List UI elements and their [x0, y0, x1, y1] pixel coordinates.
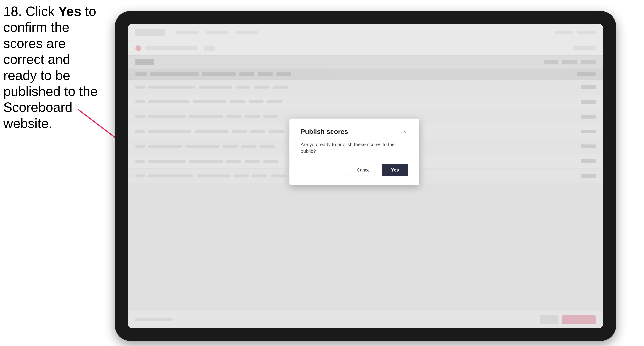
tablet-screen: Publish scores × Are you ready to publis…: [128, 24, 603, 328]
tablet-device: Publish scores × Are you ready to publis…: [115, 11, 616, 341]
dialog-message: Are you ready to publish these scores to…: [300, 141, 408, 155]
instruction-bold: Yes: [58, 4, 81, 19]
instruction-suffix: to confirm the scores are correct and re…: [3, 4, 98, 131]
close-icon[interactable]: ×: [402, 128, 408, 135]
dialog-header: Publish scores ×: [300, 128, 408, 136]
instruction-prefix: Click: [22, 4, 58, 19]
step-number: 18.: [3, 4, 22, 19]
dialog-title: Publish scores: [300, 128, 348, 136]
publish-scores-dialog: Publish scores × Are you ready to publis…: [290, 119, 419, 185]
dialog-footer: Cancel Yes: [300, 164, 408, 176]
yes-button[interactable]: Yes: [382, 164, 408, 176]
cancel-button[interactable]: Cancel: [349, 164, 378, 176]
instruction-text: 18. Click Yes to confirm the scores are …: [3, 3, 107, 131]
